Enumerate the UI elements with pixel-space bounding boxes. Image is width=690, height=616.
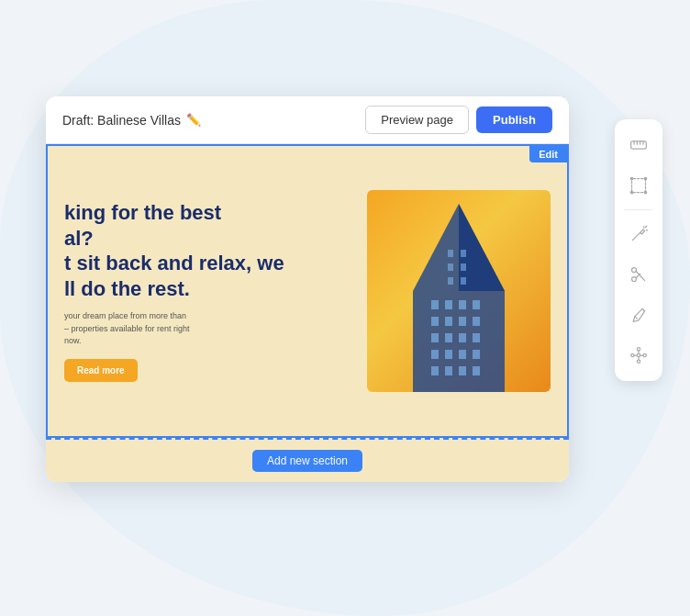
scissors-icon-button[interactable] (620, 256, 657, 293)
magic-icon (629, 225, 648, 243)
svg-rect-23 (461, 250, 466, 257)
preview-page-button[interactable]: Preview page (365, 106, 469, 134)
ruler-icon-button[interactable] (620, 127, 657, 163)
add-section-button[interactable]: Add new section (252, 450, 362, 472)
svg-rect-20 (459, 366, 466, 375)
draft-title-area: Draft: Balinese Villas ✏️ (62, 113, 201, 128)
svg-rect-7 (445, 317, 452, 326)
svg-rect-16 (459, 350, 466, 359)
svg-point-34 (630, 177, 633, 180)
svg-rect-12 (459, 333, 466, 342)
svg-rect-6 (431, 317, 439, 326)
svg-rect-4 (459, 300, 466, 309)
svg-rect-22 (448, 250, 453, 257)
svg-rect-28 (631, 141, 647, 149)
edit-pencil-icon[interactable]: ✏️ (186, 113, 201, 127)
svg-rect-11 (445, 333, 452, 342)
svg-rect-26 (448, 277, 453, 285)
svg-point-36 (630, 191, 633, 194)
svg-rect-9 (473, 317, 480, 326)
hero-line3: t sit back and relax, we (64, 252, 284, 274)
svg-rect-17 (473, 350, 480, 359)
svg-rect-21 (473, 366, 480, 375)
editor-toolbar: Draft: Balinese Villas ✏️ Preview page P… (46, 96, 569, 144)
svg-rect-18 (431, 366, 439, 375)
svg-rect-13 (473, 333, 480, 342)
svg-rect-8 (459, 317, 466, 326)
svg-rect-19 (445, 366, 452, 375)
nodes-icon (629, 346, 648, 364)
svg-rect-10 (431, 333, 439, 342)
scissors-icon (629, 265, 648, 284)
editor-canvas: Edit king for the best al? t sit back an… (46, 144, 569, 482)
building-svg (385, 199, 532, 392)
svg-rect-15 (445, 350, 452, 359)
hero-subtext: your dream place from more than– propert… (64, 310, 229, 348)
svg-point-35 (644, 177, 647, 180)
svg-line-47 (635, 317, 638, 319)
svg-line-46 (642, 308, 645, 311)
hero-line4: ll do the rest. (64, 277, 190, 300)
hero-line1: king for the best (64, 201, 221, 224)
toolbar-actions: Preview page Publish (365, 106, 552, 134)
hero-line2: al? (64, 227, 94, 250)
svg-rect-33 (632, 179, 646, 193)
svg-line-41 (646, 226, 647, 227)
pen-icon-button[interactable] (620, 297, 657, 333)
nodes-icon-button[interactable] (620, 337, 657, 374)
editor-card: Draft: Balinese Villas ✏️ Preview page P… (46, 96, 569, 482)
draft-title-text: Draft: Balinese Villas (62, 113, 181, 128)
add-section-bar: Add new section (46, 438, 569, 482)
svg-line-45 (636, 274, 640, 278)
svg-rect-24 (448, 263, 453, 271)
right-toolbar (615, 119, 662, 381)
pen-icon (629, 306, 648, 324)
text-content: king for the best al? t sit back and rel… (46, 200, 367, 382)
read-more-button[interactable]: Read more (64, 359, 138, 382)
svg-rect-3 (445, 300, 452, 309)
content-section: king for the best al? t sit back and rel… (46, 144, 569, 438)
magic-icon-button[interactable] (620, 216, 657, 252)
svg-point-37 (644, 191, 647, 194)
hero-heading: king for the best al? t sit back and rel… (64, 200, 349, 301)
svg-rect-25 (461, 263, 466, 271)
svg-line-38 (632, 232, 640, 240)
svg-rect-5 (473, 300, 480, 309)
select-icon-button[interactable] (620, 167, 657, 204)
building-image (367, 190, 551, 392)
svg-rect-14 (431, 350, 439, 359)
publish-button[interactable]: Publish (476, 106, 552, 133)
svg-rect-27 (461, 277, 466, 285)
ruler-icon (629, 136, 648, 154)
select-icon (629, 176, 648, 195)
svg-rect-2 (431, 300, 439, 309)
toolbar-divider (625, 209, 652, 210)
